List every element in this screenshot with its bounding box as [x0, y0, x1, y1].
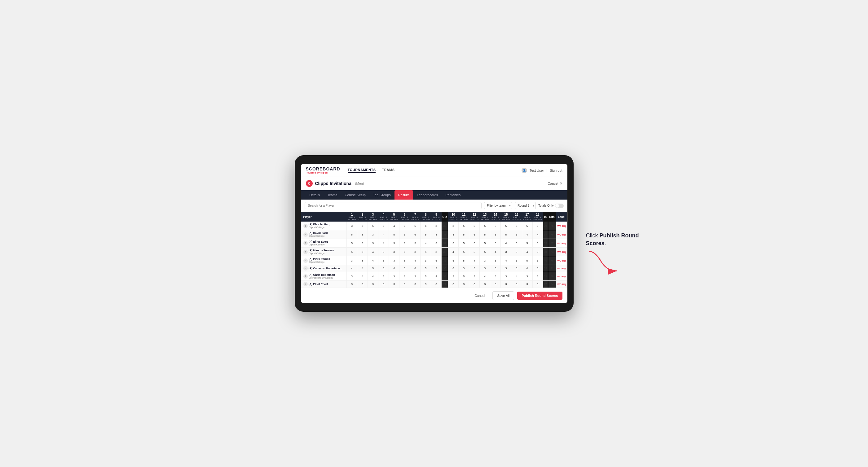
score-h10[interactable]: 3	[448, 272, 459, 281]
score-h2[interactable]: 4	[357, 272, 368, 281]
score-h9[interactable]: 3	[431, 248, 442, 256]
score-h18[interactable]: 3	[532, 281, 543, 288]
score-h18[interactable]: 3	[532, 265, 543, 272]
score-h17[interactable]: 5	[522, 256, 532, 265]
score-h9[interactable]: 3	[431, 222, 442, 230]
score-h18[interactable]: 3	[532, 272, 543, 281]
score-h6[interactable]: 5	[399, 256, 410, 265]
tab-results[interactable]: Results	[395, 190, 413, 199]
score-h3[interactable]: 4	[368, 256, 378, 265]
score-h11[interactable]: 5	[459, 239, 469, 248]
score-h4[interactable]: 5	[378, 256, 389, 265]
dq-label[interactable]: DQ	[562, 283, 566, 286]
score-h1[interactable]: 3	[346, 222, 357, 230]
score-h11[interactable]: 5	[459, 248, 469, 256]
score-h12[interactable]: 4	[469, 256, 480, 265]
score-h1[interactable]: 5	[346, 239, 357, 248]
wd-label[interactable]: WD	[557, 234, 561, 236]
score-h14[interactable]: 4	[490, 248, 501, 256]
score-h5[interactable]: 3	[389, 256, 399, 265]
score-h5[interactable]: 3	[389, 248, 399, 256]
score-h7[interactable]: 3	[410, 248, 421, 256]
score-h5[interactable]: 3	[389, 239, 399, 248]
score-h17[interactable]: 3	[522, 272, 532, 281]
score-h17[interactable]: 3	[522, 281, 532, 288]
score-h15[interactable]: 4	[501, 239, 511, 248]
score-h11[interactable]: 3	[459, 281, 469, 288]
score-h5[interactable]: 3	[389, 281, 399, 288]
score-h11[interactable]: 5	[459, 222, 469, 230]
score-h6[interactable]: 3	[399, 265, 410, 272]
score-h15[interactable]: 3	[501, 265, 511, 272]
score-h15[interactable]: 3	[501, 248, 511, 256]
score-h1[interactable]: 3	[346, 256, 357, 265]
score-h6[interactable]: 6	[399, 239, 410, 248]
wd-label[interactable]: WD	[557, 225, 561, 227]
dq-label[interactable]: DQ	[562, 234, 566, 236]
score-h9[interactable]: 3	[431, 281, 442, 288]
score-h8[interactable]: 3	[421, 256, 431, 265]
score-h11[interactable]: 5	[459, 272, 469, 281]
wd-label[interactable]: WD	[557, 267, 561, 270]
score-h11[interactable]: 5	[459, 256, 469, 265]
search-input[interactable]	[305, 202, 482, 209]
score-h9[interactable]: 3	[431, 265, 442, 272]
score-h7[interactable]: 4	[410, 256, 421, 265]
tab-leaderboards[interactable]: Leaderboards	[413, 190, 442, 199]
score-h8[interactable]: 5	[421, 265, 431, 272]
score-h8[interactable]: 5	[421, 272, 431, 281]
score-h8[interactable]: 4	[421, 239, 431, 248]
score-h14[interactable]: 3	[490, 222, 501, 230]
score-h9[interactable]: 3	[431, 230, 442, 239]
score-h2[interactable]: 3	[357, 230, 368, 239]
score-h4[interactable]: 5	[378, 248, 389, 256]
filter-team-select[interactable]: Filter by team	[484, 202, 512, 209]
score-h7[interactable]: 3	[410, 281, 421, 288]
score-h7[interactable]: 6	[410, 230, 421, 239]
score-h13[interactable]: 5	[480, 248, 490, 256]
score-h16[interactable]: 6	[511, 239, 522, 248]
score-h10[interactable]: 3	[448, 222, 459, 230]
score-h5[interactable]: 4	[389, 222, 399, 230]
wd-label[interactable]: WD	[557, 251, 561, 253]
score-h17[interactable]: 5	[522, 239, 532, 248]
score-h2[interactable]: 3	[357, 256, 368, 265]
score-h16[interactable]: 5	[511, 248, 522, 256]
score-h18[interactable]: 3	[532, 248, 543, 256]
score-h15[interactable]: 3	[501, 281, 511, 288]
score-h17[interactable]: 4	[522, 248, 532, 256]
save-all-button[interactable]: Save All	[492, 291, 514, 300]
score-h15[interactable]: 5	[501, 230, 511, 239]
score-h12[interactable]: 3	[469, 281, 480, 288]
score-h1[interactable]: 5	[346, 248, 357, 256]
score-h6[interactable]: 6	[399, 272, 410, 281]
score-h13[interactable]: 5	[480, 230, 490, 239]
dq-label[interactable]: DQ	[562, 251, 566, 253]
score-h13[interactable]: 3	[480, 265, 490, 272]
score-h16[interactable]: 4	[511, 272, 522, 281]
score-h1[interactable]: 4	[346, 265, 357, 272]
cancel-button[interactable]: Cancel	[470, 291, 489, 300]
score-h7[interactable]: 3	[410, 272, 421, 281]
score-h10[interactable]: 3	[448, 281, 459, 288]
score-h3[interactable]: 3	[368, 281, 378, 288]
score-h15[interactable]: 4	[501, 256, 511, 265]
totals-toggle[interactable]	[555, 204, 564, 208]
score-h12[interactable]: 5	[469, 230, 480, 239]
score-h14[interactable]: 3	[490, 239, 501, 248]
score-h9[interactable]: 3	[431, 239, 442, 248]
score-h16[interactable]: 3	[511, 281, 522, 288]
score-h6[interactable]: 3	[399, 281, 410, 288]
score-h12[interactable]: 5	[469, 265, 480, 272]
score-h8[interactable]: 6	[421, 222, 431, 230]
score-h15[interactable]: 5	[501, 222, 511, 230]
score-h6[interactable]: 3	[399, 230, 410, 239]
score-h18[interactable]: 6	[532, 256, 543, 265]
score-h7[interactable]: 5	[410, 239, 421, 248]
dq-label[interactable]: DQ	[562, 259, 566, 262]
dq-label[interactable]: DQ	[562, 275, 566, 278]
score-h17[interactable]: 5	[522, 222, 532, 230]
score-h8[interactable]: 3	[421, 281, 431, 288]
score-h4[interactable]: 3	[378, 265, 389, 272]
score-h4[interactable]: 5	[378, 272, 389, 281]
